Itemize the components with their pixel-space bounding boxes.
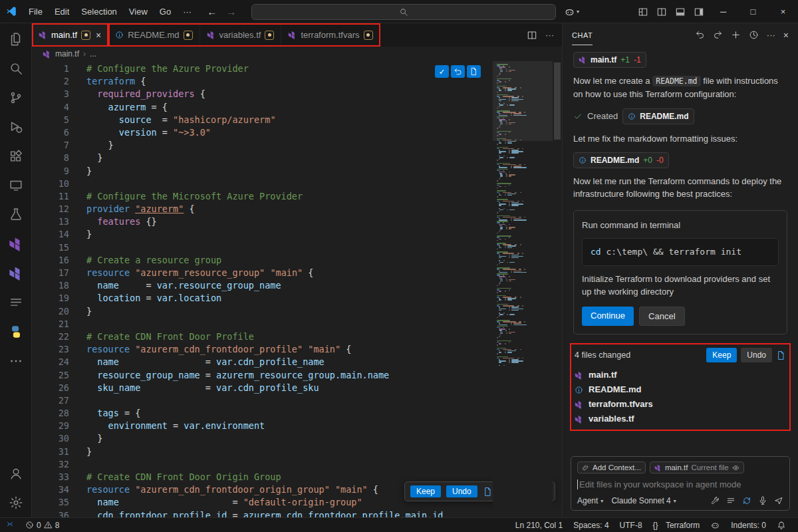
activity-python-icon[interactable] [0,317,32,346]
changed-file-row[interactable]: variables.tf [575,412,786,426]
indents-indicator[interactable]: Indents: 0 [726,518,771,532]
accept-change-button[interactable]: ✓ [435,65,449,78]
chat-input-box[interactable]: Add Context... main.tf Current file Edit… [571,456,790,511]
code-line[interactable]: 25 resource_group_name = azurerm_resourc… [32,369,562,382]
activity-output-icon[interactable] [0,288,32,317]
modified-indicator-icon[interactable] [364,31,373,40]
breadcrumb-symbol[interactable]: ... [90,49,96,59]
history-icon[interactable] [749,30,759,40]
code-line[interactable]: 28 tags = { [32,407,562,420]
code-line[interactable]: 11# Configure the Microsoft Azure Provid… [32,190,562,203]
tab-variables.tf[interactable]: variables.tf [200,23,282,47]
modified-indicator-icon[interactable] [184,31,193,40]
discard-change-button[interactable] [451,65,465,78]
code-line[interactable]: 31} [32,446,562,458]
activity-explorer-icon[interactable] [0,25,32,54]
command-center-search[interactable] [251,4,556,20]
more-icon[interactable]: ··· [767,30,775,40]
mode-picker[interactable]: Agent▾ [577,496,603,505]
view-changes-icon[interactable] [776,350,786,360]
code-line[interactable]: 6 version = "~>3.0" [32,126,562,139]
activity-settings-icon[interactable] [0,488,32,517]
code-editor[interactable]: 1# Configure the Azure Provider2terrafor… [32,61,562,517]
menu-item[interactable]: Go [154,4,177,19]
code-line[interactable]: 2terraform { [32,75,562,88]
close-tab-icon[interactable]: × [96,30,101,41]
activity-remote-explorer-icon[interactable] [0,171,32,200]
file-change-badge[interactable]: README.md +0 -0 [573,152,669,168]
breadcrumb-file[interactable]: main.tf [55,49,79,59]
code-line[interactable]: 32 [32,458,562,471]
code-line[interactable]: 16# Create a resource group [32,254,562,267]
maximize-button[interactable]: □ [738,0,768,23]
redo-icon[interactable] [713,30,723,40]
code-line[interactable]: 17resource "azurerm_resource_group" "mai… [32,267,562,279]
instructions-icon[interactable] [726,496,735,505]
menu-item[interactable]: Edit [49,4,75,19]
code-line[interactable]: 10 [32,178,562,190]
open-changes-icon[interactable] [483,487,493,497]
code-line[interactable]: 19 location = var.location [32,292,562,305]
menu-item[interactable]: View [123,4,154,19]
menu-item[interactable]: Selection [75,4,122,19]
add-context-button[interactable]: Add Context... [577,462,646,473]
created-file-chip[interactable]: README.md [622,108,694,124]
minimap[interactable] [493,61,553,517]
code-line[interactable]: 7 } [32,139,562,152]
undo-all-button[interactable]: Undo [741,348,772,362]
changed-file-row[interactable]: terraform.tfvars [575,397,786,412]
code-line[interactable]: 20} [32,305,562,318]
send-icon[interactable] [774,496,783,505]
minimap-slider[interactable] [493,61,553,141]
code-line[interactable]: 1# Configure the Azure Provider [32,63,562,75]
cancel-button[interactable]: Cancel [639,307,684,327]
open-file-button[interactable] [467,65,481,78]
toggle-panel-icon[interactable] [671,0,690,23]
changed-file-row[interactable]: README.md [575,382,786,397]
changed-file-row[interactable]: main.tf [575,368,786,382]
eye-icon[interactable] [732,464,739,471]
code-line[interactable]: 26 sku_name = var.cdn_profile_sku [32,382,562,394]
code-line[interactable]: 9} [32,165,562,178]
code-line[interactable]: 21 [32,318,562,331]
activity-testing-icon[interactable] [0,200,32,229]
terminal-command[interactable]: cd c:\temp\ && terraform init [582,238,779,266]
tab-terraform.tfvars[interactable]: terraform.tfvars [281,23,380,47]
nav-forward-icon[interactable]: → [226,6,236,17]
activity-extensions-icon[interactable] [0,142,32,171]
code-line[interactable]: 14} [32,228,562,241]
code-line[interactable]: 27 [32,394,562,407]
tab-README.md[interactable]: README.md [108,23,200,47]
code-line[interactable]: 22# Create CDN Front Door Profile [32,331,562,343]
problems-indicator[interactable]: 0 8 [21,518,63,532]
continue-button[interactable]: Continue [582,307,634,327]
code-line[interactable]: 15 [32,241,562,254]
chat-text-input[interactable]: Edit files in your workspace in agent mo… [577,479,783,489]
undo-icon[interactable] [695,30,705,40]
modified-indicator-icon[interactable] [265,31,274,40]
close-chat-icon[interactable]: × [783,30,789,41]
code-line[interactable]: 24 name = var.cdn_profile_name [32,356,562,368]
mic-icon[interactable] [758,496,767,505]
copilot-status-icon[interactable] [705,518,726,532]
close-button[interactable]: × [768,0,798,23]
undo-button[interactable]: Undo [446,485,477,497]
code-line[interactable]: 18 name = var.resource_group_name [32,279,562,292]
keep-all-button[interactable]: Keep [706,348,737,362]
code-line[interactable]: 30 } [32,432,562,445]
code-line[interactable]: 3 required_providers { [32,88,562,100]
more-actions-icon[interactable]: ··· [545,30,554,40]
code-line[interactable]: 23resource "azurerm_cdn_frontdoor_profil… [32,343,562,356]
notifications-bell-icon[interactable] [771,518,791,532]
menu-item[interactable]: File [23,4,49,19]
customize-layout-icon[interactable] [634,0,652,23]
toggle-secondary-sidebar-icon[interactable] [690,0,708,23]
new-chat-icon[interactable] [731,30,741,40]
keep-button[interactable]: Keep [410,485,441,497]
minimize-button[interactable]: ─ [708,0,738,23]
menu-item[interactable]: ··· [177,4,198,19]
code-line[interactable]: 8 } [32,152,562,164]
activity-account-icon[interactable] [0,459,32,488]
file-change-badge[interactable]: main.tf +1 -1 [573,52,646,68]
activity-run-debug-icon[interactable] [0,112,32,142]
